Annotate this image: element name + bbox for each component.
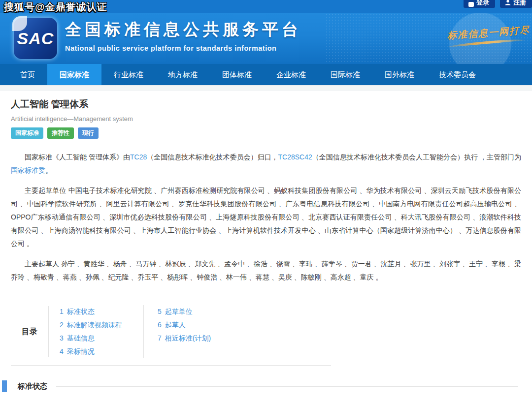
watermark-text: 搜狐号@金鼎誉诚认证 <box>4 0 107 14</box>
site-titles: 全国标准信息公共服务平台 National public service pla… <box>65 19 301 52</box>
toc-column-2: 5起草单位6起草人7相近标准(计划) <box>143 305 211 358</box>
toc-link-6[interactable]: 6起草人 <box>158 318 211 332</box>
text-segment-0: 国家标准《人工智能 管理体系》由 <box>25 153 130 161</box>
toc-link-label: 起草人 <box>165 321 186 329</box>
nav-item-2[interactable]: 行业标准 <box>101 64 156 85</box>
toc-link-5[interactable]: 5起草单位 <box>158 305 211 318</box>
text-segment-6: 。 <box>45 166 52 174</box>
toc-link-2[interactable]: 2标准解读视频课程 <box>60 318 143 332</box>
nav-item-3[interactable]: 地方标准 <box>156 64 210 85</box>
toc-label: 目录 <box>11 305 48 358</box>
nav-list: 首页国家标准行业标准地方标准团体标准企业标准国际标准国外标准技术委员会 <box>0 64 532 85</box>
register-label: 注册 <box>513 0 526 7</box>
toc-link-label: 标准状态 <box>67 308 95 315</box>
section-accent-bar <box>2 380 7 392</box>
standard-description: 国家标准《人工智能 管理体系》由TC28（全国信息技术标准化技术委员会）归口，T… <box>11 151 521 284</box>
para-drafters: 主要起草人 孙宁 、黄胜华 、杨舟 、马万钟 、林冠辰 、郑文先 、孟令中 、徐… <box>11 257 521 284</box>
status-heading-row: 标准状态 <box>0 380 532 392</box>
status-section: 标准状态 发布于 2024-11-28实施于 2024-11-28废止 <box>0 380 532 404</box>
nav-item-5[interactable]: 企业标准 <box>264 64 318 85</box>
standard-title-en: Artificial intelligence—Management syste… <box>11 115 521 123</box>
toc-link-label: 起草单位 <box>165 308 193 315</box>
toc-num: 4 <box>60 347 64 355</box>
status-timeline: 发布于 2024-11-28实施于 2024-11-28废止 <box>0 396 532 404</box>
toc-link-4[interactable]: 4采标情况 <box>60 345 143 358</box>
status-section-title: 标准状态 <box>18 382 47 391</box>
main-content: 人工智能 管理体系 Artificial intelligence—Manage… <box>0 91 532 404</box>
page: 搜狐号@金鼎誉诚认证 登录 注册 SAC 全国标准信息公共服务平台 Nation… <box>0 0 532 404</box>
text-segment-4: （全国信息技术标准化技术委员会人工智能分会）执行 ，主管部门为 <box>312 153 521 161</box>
login-icon <box>468 2 474 7</box>
sac-logo[interactable]: SAC <box>14 18 57 59</box>
badge-list: 国家标准推荐性现行 <box>11 127 521 139</box>
toc-column-1: 1标准状态2标准解读视频课程3基础信息4采标情况 <box>49 305 143 358</box>
site-subtitle: National public service platform for sta… <box>65 44 301 52</box>
topbar: 搜狐号@金鼎誉诚认证 登录 注册 <box>0 0 532 13</box>
person-icon <box>505 0 511 7</box>
toc-link-label: 采标情况 <box>67 347 95 355</box>
toc-columns: 1标准状态2标准解读视频课程3基础信息4采标情况 5起草单位6起草人7相近标准(… <box>49 305 331 358</box>
nav-item-7[interactable]: 国外标准 <box>372 64 427 85</box>
table-of-contents: 目录 1标准状态2标准解读视频课程3基础信息4采标情况 5起草单位6起草人7相近… <box>11 295 331 366</box>
inline-link-5[interactable]: 国家标准委 <box>11 166 45 174</box>
login-button[interactable]: 登录 <box>464 0 495 8</box>
toc-num: 7 <box>158 334 162 342</box>
toc-num: 5 <box>158 308 162 315</box>
text-segment-2: （全国信息技术标准化技术委员会）归口， <box>147 153 278 161</box>
auth-buttons: 登录 注册 <box>464 0 532 8</box>
nav-item-0[interactable]: 首页 <box>8 64 47 85</box>
status-badge-0: 国家标准 <box>11 127 43 139</box>
nav-item-1[interactable]: 国家标准 <box>47 64 101 85</box>
content-gap <box>0 85 532 91</box>
status-heading-rule <box>56 386 518 387</box>
toc-num: 6 <box>158 321 162 329</box>
site-header: SAC 全国标准信息公共服务平台 National public service… <box>0 13 532 64</box>
login-label: 登录 <box>476 0 489 7</box>
standard-title: 人工智能 管理体系 <box>11 98 521 111</box>
register-button[interactable]: 注册 <box>500 0 532 8</box>
para-drafting-units: 主要起草单位 中国电子技术标准化研究院 、广州赛西标准检测研究院有限公司 、蚂蚁… <box>11 184 521 250</box>
nav-item-8[interactable]: 技术委员会 <box>427 64 488 85</box>
toc-link-3[interactable]: 3基础信息 <box>60 332 143 345</box>
toc-num: 1 <box>60 308 64 315</box>
toc-num: 3 <box>60 334 64 342</box>
toc-link-7[interactable]: 7相近标准(计划) <box>158 332 211 345</box>
sac-logo-text: SAC <box>17 29 54 48</box>
nav-item-4[interactable]: 团体标准 <box>210 64 264 85</box>
status-badge-2: 现行 <box>78 127 99 139</box>
toc-link-1[interactable]: 1标准状态 <box>60 305 143 318</box>
toc-link-label: 相近标准(计划) <box>165 334 211 342</box>
inline-link-3[interactable]: TC28SC42 <box>278 153 312 161</box>
toc-link-label: 基础信息 <box>67 334 95 342</box>
toc-num: 2 <box>60 321 64 329</box>
para-committee: 国家标准《人工智能 管理体系》由TC28（全国信息技术标准化技术委员会）归口，T… <box>11 151 521 177</box>
header-slogan: 标准信息一网打尽 <box>447 27 526 44</box>
inline-link-1[interactable]: TC28 <box>130 153 147 161</box>
toc-link-label: 标准解读视频课程 <box>67 321 122 329</box>
status-badge-1: 推荐性 <box>47 127 74 139</box>
nav-item-6[interactable]: 国际标准 <box>318 64 372 85</box>
main-nav: 首页国家标准行业标准地方标准团体标准企业标准国际标准国外标准技术委员会 <box>0 64 532 85</box>
site-title: 全国标准信息公共服务平台 <box>65 19 301 41</box>
